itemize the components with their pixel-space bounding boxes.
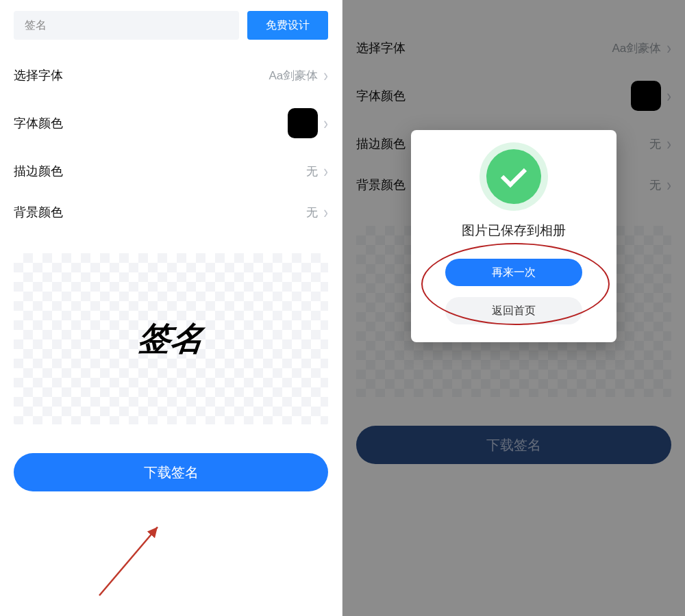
back-home-button[interactable]: 返回首页 [445,297,582,324]
chevron-right-icon: › [323,65,328,86]
option-stroke-color-text: 无 [306,164,318,179]
chevron-right-icon: › [323,113,328,133]
arrow-annotation-icon [92,520,175,602]
option-bg-color[interactable]: 背景颜色 无 › [0,192,342,233]
option-stroke-color-value: 无 › [306,164,328,179]
option-stroke-color-label: 描边颜色 [14,163,63,179]
success-check-icon [486,149,541,204]
signature-preview: 签名 [14,253,328,424]
top-row: 免费设计 [0,0,342,48]
option-stroke-color[interactable]: 描边颜色 无 › [0,151,342,192]
options-list: 选择字体 Aa剑豪体 › 字体颜色 › 描边颜色 无 › 背景颜色 无 [0,48,342,233]
free-design-button[interactable]: 免费设计 [247,11,328,40]
screen-left: 免费设计 选择字体 Aa剑豪体 › 字体颜色 › 描边颜色 无 › 背景颜色 [0,0,342,616]
chevron-right-icon: › [323,161,328,181]
download-signature-button[interactable]: 下载签名 [14,453,328,491]
option-font-color-value: › [288,108,328,138]
option-bg-color-label: 背景颜色 [14,204,63,220]
option-bg-color-text: 无 [306,205,318,220]
dialog-title: 图片已保存到相册 [427,222,600,240]
option-font-value-text: Aa剑豪体 [269,68,319,84]
screen-right: 选择字体 Aa剑豪体 › 字体颜色 › 描边颜色 无 › 背景颜色 无 [342,0,685,616]
option-font[interactable]: 选择字体 Aa剑豪体 › [0,55,342,96]
svg-line-0 [99,527,158,595]
signature-input[interactable] [14,11,239,40]
chevron-right-icon: › [323,202,328,222]
try-again-button[interactable]: 再来一次 [445,259,582,286]
signature-preview-text: 签名 [136,317,206,361]
option-font-color-label: 字体颜色 [14,115,63,131]
option-font-label: 选择字体 [14,67,63,84]
font-color-swatch [288,108,318,138]
check-mark-icon [501,162,527,188]
option-bg-color-value: 无 › [306,205,328,220]
option-font-color[interactable]: 字体颜色 › [0,96,342,151]
save-success-dialog: 图片已保存到相册 再来一次 返回首页 [411,130,616,342]
option-font-value: Aa剑豪体 › [269,68,328,84]
